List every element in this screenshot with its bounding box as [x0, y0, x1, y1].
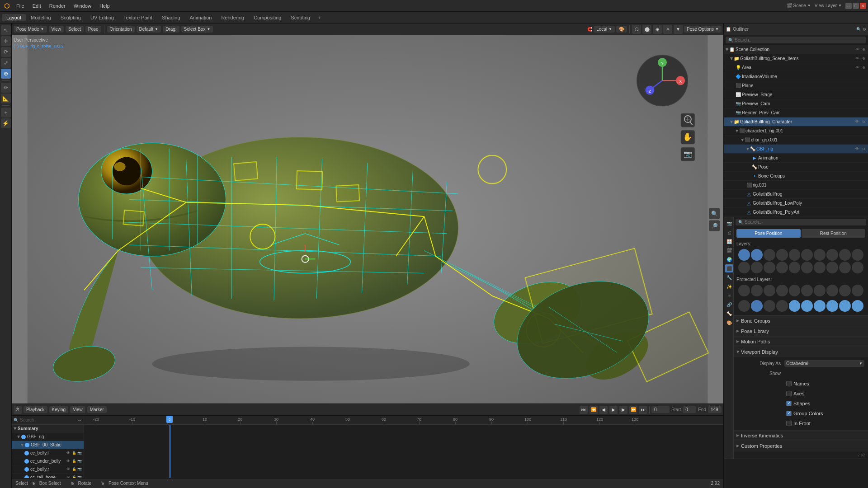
- tab-texture-paint[interactable]: Texture Paint: [119, 14, 157, 21]
- char-grp-item[interactable]: ▶ ⬛ char_grp.001: [724, 136, 868, 145]
- tab-rendering[interactable]: Rendering: [217, 14, 249, 21]
- props-object-icon[interactable]: ⬛: [725, 264, 733, 272]
- gbf-rig-item[interactable]: ▶ 🦴 GBF_rig 👁 ⊙: [724, 145, 868, 154]
- playback-menu[interactable]: Playback: [24, 406, 47, 413]
- outliner-options-icon[interactable]: ⚙: [863, 27, 866, 32]
- view-menu[interactable]: View: [49, 26, 64, 33]
- eye-icon-2[interactable]: 👁: [66, 459, 71, 464]
- menu-render[interactable]: Render: [46, 2, 69, 9]
- plane-item[interactable]: ⬛ Plane: [724, 81, 868, 90]
- jump-start-btn[interactable]: ⏮: [580, 406, 588, 414]
- keying-menu[interactable]: Keying: [49, 406, 69, 413]
- axes-checkbox[interactable]: [786, 391, 792, 396]
- tab-modeling[interactable]: Modeling: [26, 14, 56, 21]
- track-cc-tail-bone[interactable]: cc_tail_bone 👁 🔒 📷: [12, 474, 84, 478]
- layer-18[interactable]: [826, 262, 838, 273]
- pose-options-dropdown[interactable]: Pose Options ▼: [684, 26, 722, 33]
- props-render-icon[interactable]: 📷: [725, 219, 733, 227]
- tab-shading[interactable]: Shading: [157, 14, 184, 21]
- props-search-input[interactable]: [745, 220, 863, 225]
- tool-scale[interactable]: ⤢: [1, 58, 11, 68]
- prot-layer-20[interactable]: [852, 300, 863, 312]
- prot-layer-8[interactable]: [826, 285, 838, 296]
- tab-scripting[interactable]: Scripting: [286, 14, 315, 21]
- shading-options-button[interactable]: ▼: [674, 25, 683, 34]
- tool-cursor[interactable]: ↖: [1, 25, 11, 35]
- scene-collection-item[interactable]: ▶ 📋 Scene Collection 👁 ⊙: [724, 45, 868, 54]
- vp-zoom-out-btn[interactable]: 🔎: [709, 220, 720, 231]
- prot-layer-18[interactable]: [826, 300, 838, 312]
- next-keyframe-btn[interactable]: ▶: [619, 406, 627, 414]
- prot-layer-10[interactable]: [852, 285, 863, 296]
- prot-layer-5[interactable]: [789, 285, 801, 296]
- current-frame-marker[interactable]: 0: [166, 416, 173, 423]
- layer-20[interactable]: [852, 262, 863, 273]
- maximize-button[interactable]: □: [853, 3, 859, 9]
- solid-button[interactable]: ⬤: [642, 25, 651, 34]
- area-eye-btn[interactable]: 👁: [854, 65, 860, 70]
- layer-5[interactable]: [789, 249, 801, 261]
- prot-layer-6[interactable]: [801, 285, 813, 296]
- layer-10[interactable]: [852, 249, 863, 261]
- filter-icon[interactable]: 🔍: [856, 27, 861, 32]
- tab-compositing[interactable]: Compositing: [249, 14, 286, 21]
- prot-layer-16[interactable]: [801, 300, 813, 312]
- timeline-type-icon[interactable]: ⏱: [14, 406, 22, 414]
- frame-end-input[interactable]: 149: [708, 406, 722, 413]
- tool-measure[interactable]: 📐: [1, 94, 11, 103]
- layer-13[interactable]: [764, 262, 775, 273]
- rest-position-button[interactable]: Rest Position: [802, 229, 866, 238]
- prev-keyframe-btn[interactable]: ◀: [599, 406, 608, 414]
- tab-uv-editing[interactable]: UV Editing: [86, 14, 118, 21]
- tab-layout[interactable]: Layout: [2, 14, 26, 21]
- inverse-kinematics-header[interactable]: ▶ Inverse Kinematics: [734, 431, 868, 441]
- material-button[interactable]: ◉: [653, 25, 662, 34]
- default-dropdown[interactable]: Default ▼: [137, 26, 161, 33]
- eye-icon-3[interactable]: 👁: [66, 467, 71, 472]
- marker-menu[interactable]: Marker: [87, 406, 107, 413]
- track-cc-belly-l[interactable]: cc_belly.l 👁 🔒 📷: [12, 449, 84, 457]
- tab-sculpting[interactable]: Sculpting: [56, 14, 85, 21]
- props-modifier-icon[interactable]: 🔧: [725, 273, 733, 282]
- rendered-button[interactable]: ☀: [663, 25, 672, 34]
- minimize-button[interactable]: ─: [845, 3, 852, 9]
- camera-icon-1[interactable]: 📷: [77, 451, 82, 455]
- tool-annotate[interactable]: ✏: [1, 83, 11, 93]
- prot-layer-2[interactable]: [751, 285, 763, 296]
- props-constraints-icon[interactable]: 🔗: [725, 300, 733, 309]
- lock-icon-2[interactable]: 🔒: [72, 459, 76, 464]
- menu-edit[interactable]: Edit: [29, 2, 45, 9]
- bone-groups-header[interactable]: ▶ Bone Groups: [734, 316, 868, 326]
- si-eye-btn[interactable]: 👁: [854, 56, 860, 61]
- props-view-icon[interactable]: 🪟: [725, 237, 733, 245]
- prot-layer-4[interactable]: [776, 285, 788, 296]
- prot-layer-9[interactable]: [839, 285, 851, 296]
- prot-layer-11[interactable]: [738, 300, 750, 312]
- render-prev-cam-item[interactable]: 📷 Render_Prev_Cam: [724, 108, 868, 117]
- in-front-checkbox[interactable]: [786, 421, 792, 426]
- prot-layer-13[interactable]: [764, 300, 775, 312]
- gbf-rig-select-btn[interactable]: ⊙: [861, 146, 866, 152]
- props-physics-icon[interactable]: ⚛: [725, 291, 733, 300]
- irradiance-item[interactable]: 🔷 IrradianceVolume: [724, 72, 868, 81]
- layer-17[interactable]: [814, 262, 826, 273]
- layer-4[interactable]: [776, 249, 788, 261]
- next-frame-btn[interactable]: ⏩: [629, 406, 637, 414]
- layer-6[interactable]: [801, 249, 813, 261]
- select-box-dropdown[interactable]: Select Box ▼: [181, 26, 213, 33]
- display-as-dropdown[interactable]: Octahedral ▼: [784, 360, 864, 367]
- shading-icon[interactable]: 🎨: [616, 26, 627, 33]
- outliner-search-input[interactable]: [735, 38, 863, 42]
- goliath-polyart-item[interactable]: △ GoliathBullfrog_PolyArt: [724, 208, 868, 217]
- prot-layer-14[interactable]: [776, 300, 788, 312]
- tool-add[interactable]: ＋: [1, 108, 11, 117]
- preview-stage-item[interactable]: ⬜ Preview_Stage: [724, 90, 868, 99]
- select-menu[interactable]: Select: [66, 26, 84, 33]
- tool-rotate[interactable]: ⟳: [1, 47, 11, 57]
- scene-items-collection[interactable]: ▶ 📁 GoliathBullfrog_Scene_Items 👁 ⊙: [724, 54, 868, 63]
- menu-file[interactable]: File: [13, 2, 28, 9]
- eye-icon-1[interactable]: 👁: [66, 451, 71, 455]
- tool-move[interactable]: ✛: [1, 36, 11, 46]
- layer-8[interactable]: [826, 249, 838, 261]
- gbf-rig-eye-btn[interactable]: 👁: [854, 146, 860, 152]
